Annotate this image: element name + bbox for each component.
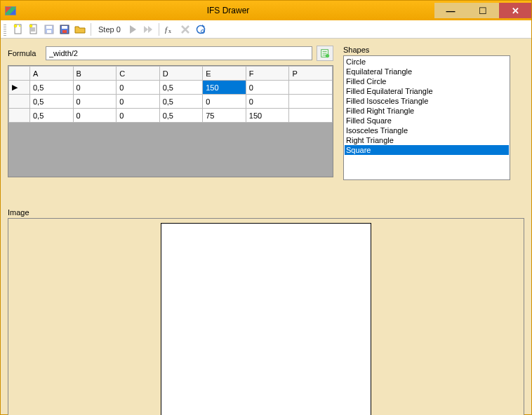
svg-rect-7 — [47, 30, 51, 33]
new-doc-icon[interactable] — [12, 23, 25, 36]
svg-marker-13 — [148, 26, 152, 33]
close-button[interactable]: ✕ — [499, 3, 531, 18]
minimize-button[interactable]: — — [434, 3, 467, 18]
upper-panel: Formula ABCDEFP▶0,5000,515000,5000,5000,… — [1, 39, 531, 208]
delete-icon[interactable] — [179, 23, 192, 36]
column-header[interactable]: A — [30, 67, 74, 81]
app-icon — [5, 6, 16, 15]
refresh-icon[interactable] — [194, 23, 207, 36]
grid-cell[interactable] — [289, 109, 333, 123]
column-header[interactable]: P — [289, 67, 333, 81]
window-controls: — ☐ ✕ — [434, 3, 531, 18]
grid-cell[interactable]: 0 — [246, 81, 289, 95]
toolbar: Step 0 fx — [1, 20, 531, 39]
grid-cell[interactable]: 75 — [203, 109, 246, 123]
formula-row: Formula — [8, 46, 333, 61]
app-window: IFS Drawer — ☐ ✕ Step 0 — [0, 0, 532, 415]
column-header[interactable]: B — [73, 67, 117, 81]
svg-rect-9 — [62, 26, 67, 29]
column-header[interactable]: F — [246, 67, 289, 81]
grid-cell[interactable]: 0 — [117, 95, 160, 109]
grid-cell[interactable]: 0,5 — [30, 81, 74, 95]
grid-cell[interactable]: 150 — [246, 109, 289, 123]
grid-cell[interactable] — [289, 95, 333, 109]
toolbar-separator — [91, 23, 91, 36]
row-indicator — [9, 95, 30, 109]
grid-cell[interactable]: 150 — [203, 81, 246, 95]
grid-cell[interactable] — [289, 81, 333, 95]
row-indicator: ▶ — [9, 81, 30, 95]
shapes-panel: Shapes CircleEquilateral TriangleFilled … — [343, 46, 510, 201]
image-label: Image — [8, 208, 524, 217]
formula-input[interactable] — [46, 46, 312, 60]
formula-grid-panel: Formula ABCDEFP▶0,5000,515000,5000,5000,… — [8, 46, 333, 201]
fx-icon[interactable]: fx — [164, 23, 176, 36]
shapes-list[interactable]: CircleEquilateral TriangleFilled CircleF… — [343, 55, 510, 180]
grid-cell[interactable]: 0 — [73, 109, 117, 123]
formula-apply-button[interactable] — [317, 46, 333, 61]
toolbar-separator — [159, 23, 159, 36]
shapes-item[interactable]: Filled Isosceles Triangle — [345, 96, 509, 106]
grid-cell[interactable]: 0 — [73, 81, 117, 95]
shapes-label: Shapes — [343, 46, 510, 54]
shapes-item[interactable]: Square — [345, 145, 509, 155]
grid-cell[interactable]: 0 — [203, 95, 246, 109]
row-header-corner — [9, 67, 30, 81]
toolbar-grip — [4, 23, 6, 36]
shapes-item[interactable]: Filled Right Triangle — [345, 106, 509, 116]
save-image-icon[interactable] — [58, 23, 71, 36]
step-label: Step 0 — [95, 25, 124, 34]
row-indicator — [9, 109, 30, 123]
shapes-item[interactable]: Isosceles Triangle — [345, 125, 509, 135]
svg-point-20 — [326, 54, 329, 57]
grid-cell[interactable]: 0 — [117, 109, 160, 123]
image-area — [8, 218, 524, 415]
shapes-item[interactable]: Circle — [345, 57, 509, 67]
svg-point-4 — [29, 25, 32, 27]
save-icon[interactable] — [43, 23, 55, 36]
folder-icon[interactable] — [74, 23, 86, 36]
formula-label: Formula — [8, 49, 41, 57]
column-header[interactable]: E — [203, 67, 246, 81]
image-panel: Image — [8, 208, 524, 415]
canvas[interactable] — [161, 223, 371, 415]
client-area: Step 0 fx Formula — [1, 20, 531, 414]
window-title: IFS Drawer — [22, 6, 434, 15]
svg-rect-10 — [62, 30, 67, 33]
shapes-item[interactable]: Filled Circle — [345, 76, 509, 86]
table-row[interactable]: ▶0,5000,51500 — [9, 81, 333, 95]
titlebar[interactable]: IFS Drawer — ☐ ✕ — [1, 1, 531, 20]
grid-cell[interactable]: 0 — [73, 95, 117, 109]
svg-marker-11 — [130, 25, 136, 34]
shapes-item[interactable]: Right Triangle — [345, 135, 509, 145]
grid-cell[interactable]: 0 — [246, 95, 289, 109]
svg-marker-17 — [202, 25, 205, 27]
column-header[interactable]: D — [159, 67, 203, 81]
svg-point-16 — [197, 25, 204, 33]
table-row[interactable]: 0,5000,500 — [9, 95, 333, 109]
grid-cell[interactable]: 0 — [117, 81, 160, 95]
fast-forward-icon[interactable] — [142, 23, 154, 36]
grid-cell[interactable]: 0,5 — [30, 95, 74, 109]
grid-cell[interactable]: 0,5 — [159, 95, 203, 109]
svg-rect-6 — [46, 26, 52, 29]
svg-point-2 — [14, 25, 17, 27]
data-grid[interactable]: ABCDEFP▶0,5000,515000,5000,5000,5000,575… — [8, 65, 333, 177]
column-header[interactable]: C — [117, 67, 160, 81]
svg-marker-12 — [144, 26, 148, 33]
play-icon[interactable] — [126, 23, 139, 36]
grid-cell[interactable]: 0,5 — [159, 81, 203, 95]
maximize-button[interactable]: ☐ — [467, 3, 499, 18]
open-doc-icon[interactable] — [27, 23, 40, 36]
grid-cell[interactable]: 0,5 — [159, 109, 203, 123]
shapes-item[interactable]: Filled Equilateral Triangle — [345, 86, 509, 96]
table-row[interactable]: 0,5000,575150 — [9, 109, 333, 123]
svg-text:x: x — [168, 28, 171, 34]
grid-cell[interactable]: 0,5 — [30, 109, 74, 123]
shapes-item[interactable]: Equilateral Triangle — [345, 67, 509, 76]
shapes-item[interactable]: Filled Square — [345, 116, 509, 125]
